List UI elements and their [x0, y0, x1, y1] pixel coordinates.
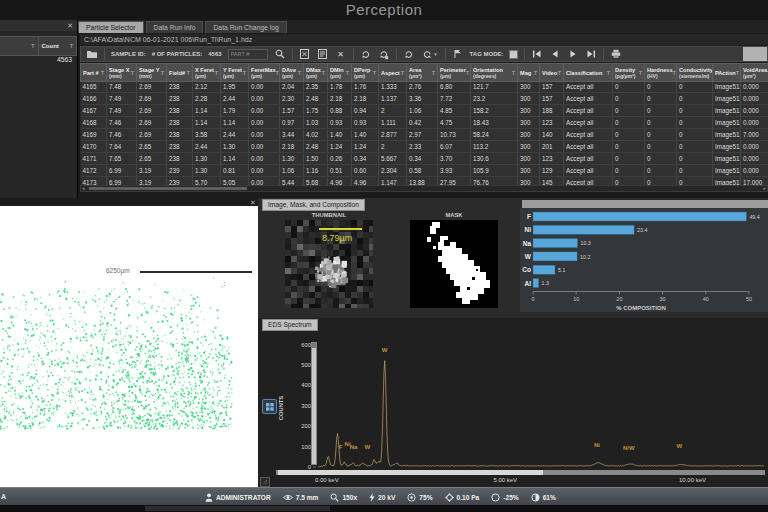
table-cell[interactable]: 1.06 [407, 105, 438, 117]
table-cell[interactable]: 0 [645, 177, 677, 186]
filter-icon[interactable]: T [558, 70, 561, 76]
table-cell[interactable]: 0.42 [407, 117, 438, 129]
column-header[interactable]: DPerp(µm)T [352, 64, 379, 82]
table-cell[interactable]: Image512 [713, 105, 741, 117]
table-cell[interactable]: 121.7 [471, 82, 518, 93]
table-cell[interactable]: 5.667 [379, 153, 407, 165]
table-cell[interactable]: 2.877 [379, 129, 407, 141]
table-cell[interactable]: 2.76 [407, 82, 438, 93]
filter-icon[interactable]: T [512, 70, 515, 76]
table-cell[interactable]: 300 [518, 105, 540, 117]
table-cell[interactable]: 2.69 [137, 93, 167, 105]
table-cell[interactable]: 10.73 [438, 129, 471, 141]
table-cell[interactable]: 2.18 [328, 93, 352, 105]
scrollbar-thumb[interactable] [278, 470, 543, 475]
table-cell[interactable]: 0 [645, 165, 677, 177]
table-cell[interactable]: 1.14 [193, 117, 221, 129]
table-cell[interactable]: 105.9 [471, 165, 518, 177]
table-cell[interactable]: Accept all [564, 165, 613, 177]
table-cell[interactable]: 145 [540, 177, 564, 186]
table-row[interactable]: 41707.642.652382.441.300.002.182.481.241… [81, 141, 768, 153]
table-cell[interactable]: 0 [613, 129, 645, 141]
table-cell[interactable]: 0 [677, 93, 713, 105]
column-header[interactable]: MagT [518, 64, 540, 82]
column-header[interactable]: AspectT [379, 64, 407, 82]
table-cell[interactable]: 0 [645, 105, 677, 117]
table-cell[interactable]: 0 [645, 141, 677, 153]
table-cell[interactable]: Accept all [564, 153, 613, 165]
table-cell[interactable]: 238 [167, 117, 193, 129]
column-header[interactable]: VoidArea(µm²)T [741, 64, 768, 82]
table-cell[interactable]: 0 [677, 82, 713, 93]
table-cell[interactable]: 76.76 [471, 177, 518, 186]
tab-particle-selector[interactable]: Particle Selector [78, 21, 144, 33]
table-cell[interactable]: 3.44 [280, 129, 304, 141]
table-cell[interactable]: 5.70 [193, 177, 221, 186]
table-cell[interactable]: 0.26 [328, 153, 352, 165]
table-cell[interactable]: 0 [677, 153, 713, 165]
filter-icon[interactable]: T [131, 70, 134, 76]
table-cell[interactable]: 7.46 [107, 117, 137, 129]
table-cell[interactable]: 0 [645, 93, 677, 105]
table-cell[interactable]: 0 [613, 177, 645, 186]
table-cell[interactable]: 1.40 [328, 129, 352, 141]
table-cell[interactable]: 3.70 [438, 153, 471, 165]
column-header[interactable]: Stage Y(mm)T [137, 64, 167, 82]
table-cell[interactable]: 0.000 [741, 93, 768, 105]
next-particle-button[interactable] [567, 48, 579, 60]
table-cell[interactable]: 2.48 [304, 93, 328, 105]
table-cell[interactable]: 123 [540, 117, 564, 129]
table-cell[interactable]: 0.60 [352, 165, 379, 177]
tab-data-run-info[interactable]: Data Run Info [146, 21, 204, 33]
table-cell[interactable]: 300 [518, 153, 540, 165]
table-cell[interactable]: 4171 [81, 153, 107, 165]
table-cell[interactable]: 238 [167, 129, 193, 141]
table-cell[interactable]: 0.000 [741, 153, 768, 165]
table-cell[interactable]: 0.88 [328, 105, 352, 117]
table-cell[interactable]: 0 [645, 117, 677, 129]
filter-icon[interactable]: T [101, 70, 104, 76]
table-cell[interactable]: 1.06 [280, 165, 304, 177]
table-cell[interactable]: 4166 [81, 93, 107, 105]
table-cell[interactable]: 300 [518, 141, 540, 153]
table-cell[interactable]: 0.00 [249, 153, 280, 165]
table-cell[interactable]: 2.48 [304, 141, 328, 153]
table-cell[interactable]: 3.36 [407, 93, 438, 105]
table-cell[interactable]: 300 [518, 129, 540, 141]
table-cell[interactable]: 1.78 [328, 82, 352, 93]
table-cell[interactable]: Image512 [713, 177, 741, 186]
table-cell[interactable]: Accept all [564, 105, 613, 117]
table-cell[interactable]: Accept all [564, 82, 613, 93]
table-cell[interactable]: Image512 [713, 165, 741, 177]
previous-particle-button[interactable] [549, 48, 561, 60]
table-cell[interactable]: 0.000 [741, 82, 768, 93]
table-horizontal-scrollbar[interactable]: ◂ ▸ [80, 185, 768, 192]
column-header[interactable]: Perimeter(µm)T [438, 64, 471, 82]
table-row[interactable]: 41687.462.692381.141.140.000.971.030.930… [81, 117, 768, 129]
table-cell[interactable]: 0 [645, 129, 677, 141]
table-cell[interactable]: 23.2 [471, 93, 518, 105]
filter-icon[interactable]: T [31, 43, 34, 49]
open-folder-button[interactable] [86, 48, 98, 60]
refresh-icon[interactable] [403, 48, 415, 60]
table-cell[interactable]: 0 [613, 105, 645, 117]
column-header[interactable]: Hardness(HV)T [645, 64, 677, 82]
table-cell[interactable]: 7.65 [107, 153, 137, 165]
last-particle-button[interactable] [585, 48, 597, 60]
column-header[interactable]: DMin(µm)T [328, 64, 352, 82]
table-cell[interactable]: Image512 [713, 153, 741, 165]
table-cell[interactable]: 238 [167, 82, 193, 93]
table-cell[interactable]: 4170 [81, 141, 107, 153]
table-cell[interactable]: 0.00 [249, 165, 280, 177]
table-row[interactable]: 41657.482.692382.121.950.002.042.351.781… [81, 82, 768, 93]
table-cell[interactable]: 1.95 [221, 82, 249, 93]
clear-selection-icon[interactable]: ✕ [335, 48, 347, 60]
table-cell[interactable]: 6.07 [438, 141, 471, 153]
table-cell[interactable]: 0.000 [741, 117, 768, 129]
table-cell[interactable]: 0 [613, 93, 645, 105]
table-cell[interactable]: Image512 [713, 129, 741, 141]
export-excel-icon[interactable] [299, 48, 311, 60]
table-cell[interactable]: Accept all [564, 129, 613, 141]
filter-icon[interactable]: T [432, 70, 435, 76]
filter-icon[interactable]: T [276, 70, 279, 76]
